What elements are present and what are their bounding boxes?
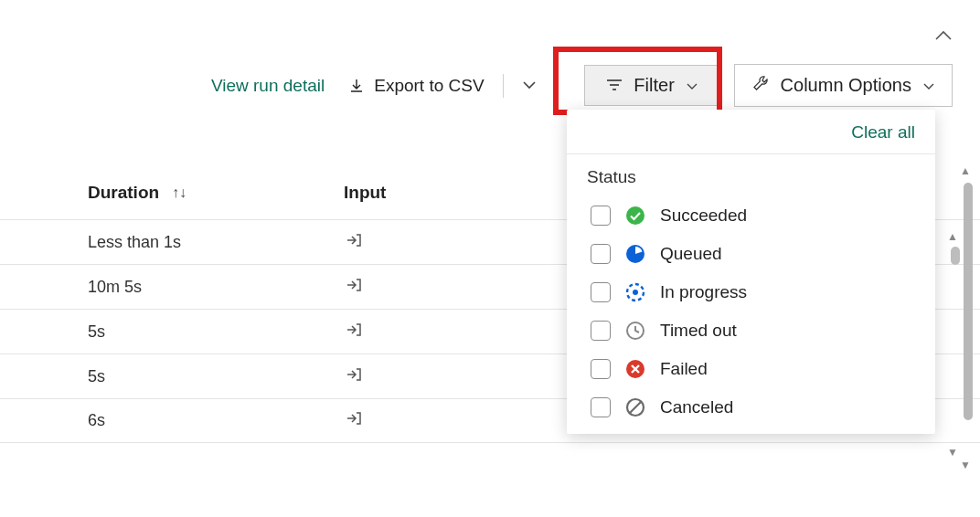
list-scrollbar-thumb[interactable] bbox=[951, 247, 960, 265]
filter-label: Filter bbox=[634, 75, 674, 96]
separator bbox=[503, 74, 504, 98]
filter-option-failed[interactable]: Failed bbox=[587, 350, 921, 388]
panel-scrollbar-thumb[interactable] bbox=[964, 183, 973, 420]
column-options-button[interactable]: Column Options bbox=[734, 64, 953, 107]
filter-panel-header: Clear all bbox=[567, 110, 935, 154]
filter-option-label: In progress bbox=[660, 282, 747, 302]
duration-cell: 6s bbox=[0, 411, 256, 430]
chevron-down-icon bbox=[686, 75, 698, 96]
chevron-down-icon bbox=[922, 75, 935, 96]
column-header-duration[interactable]: Duration ↑↓ bbox=[0, 183, 256, 203]
svg-point-3 bbox=[626, 206, 644, 225]
filter-option-succeeded[interactable]: Succeeded bbox=[587, 196, 921, 235]
list-scroll-up-arrow[interactable]: ▲ bbox=[947, 230, 958, 243]
clear-all-link[interactable]: Clear all bbox=[851, 122, 915, 142]
filter-option-queued[interactable]: Queued bbox=[587, 235, 921, 273]
filter-option-timed-out[interactable]: Timed out bbox=[587, 311, 921, 350]
filter-panel: Clear all Status Succeeded Queued In pro… bbox=[567, 110, 935, 434]
toolbar: View run detail Export to CSV Filter bbox=[0, 64, 962, 107]
checkbox[interactable] bbox=[591, 282, 611, 302]
export-dropdown-chevron[interactable] bbox=[517, 78, 542, 94]
checkbox[interactable] bbox=[591, 321, 611, 341]
column-options-label: Column Options bbox=[781, 75, 911, 96]
svg-point-6 bbox=[633, 290, 638, 295]
duration-cell: Less than 1s bbox=[0, 233, 256, 252]
open-input-icon bbox=[344, 320, 364, 344]
svg-line-10 bbox=[630, 402, 641, 413]
wrench-icon bbox=[751, 74, 770, 97]
checkbox[interactable] bbox=[591, 359, 611, 379]
open-input-icon bbox=[344, 408, 364, 433]
filter-option-label: Succeeded bbox=[660, 206, 747, 226]
panel-scroll-down-arrow[interactable]: ▼ bbox=[960, 459, 971, 471]
filter-option-label: Canceled bbox=[660, 397, 733, 417]
panel-scroll-up-arrow[interactable]: ▲ bbox=[960, 164, 971, 177]
download-icon bbox=[348, 78, 365, 94]
open-input-icon bbox=[344, 230, 364, 255]
duration-cell: 10m 5s bbox=[0, 278, 256, 297]
checkbox[interactable] bbox=[591, 397, 611, 417]
filter-button[interactable]: Filter bbox=[584, 65, 721, 106]
filter-option-canceled[interactable]: Canceled bbox=[587, 388, 921, 427]
canceled-icon bbox=[625, 397, 645, 417]
list-scroll-down-arrow[interactable]: ▼ bbox=[947, 446, 958, 459]
checkbox[interactable] bbox=[591, 206, 611, 226]
filter-option-in-progress[interactable]: In progress bbox=[587, 273, 921, 311]
queued-icon bbox=[625, 244, 645, 264]
open-input-icon bbox=[344, 275, 364, 300]
sort-icon: ↑↓ bbox=[172, 185, 186, 201]
duration-cell: 5s bbox=[0, 367, 256, 386]
timed-out-icon bbox=[625, 321, 645, 341]
filter-icon bbox=[606, 75, 623, 96]
filter-section-title: Status bbox=[567, 154, 935, 193]
in-progress-icon bbox=[625, 282, 645, 302]
open-input-icon bbox=[344, 364, 364, 389]
filter-options-list: Succeeded Queued In progress Timed out bbox=[567, 193, 935, 434]
filter-option-label: Timed out bbox=[660, 321, 737, 341]
checkbox[interactable] bbox=[591, 244, 611, 264]
filter-option-label: Failed bbox=[660, 359, 708, 379]
view-run-detail-link[interactable]: View run detail bbox=[206, 69, 330, 103]
collapse-chevron[interactable] bbox=[934, 27, 953, 47]
export-csv-label: Export to CSV bbox=[374, 76, 484, 96]
failed-icon bbox=[625, 359, 645, 379]
filter-option-label: Queued bbox=[660, 244, 722, 264]
export-csv-button[interactable]: Export to CSV bbox=[343, 72, 489, 100]
succeeded-icon bbox=[625, 206, 645, 226]
duration-cell: 5s bbox=[0, 322, 256, 342]
